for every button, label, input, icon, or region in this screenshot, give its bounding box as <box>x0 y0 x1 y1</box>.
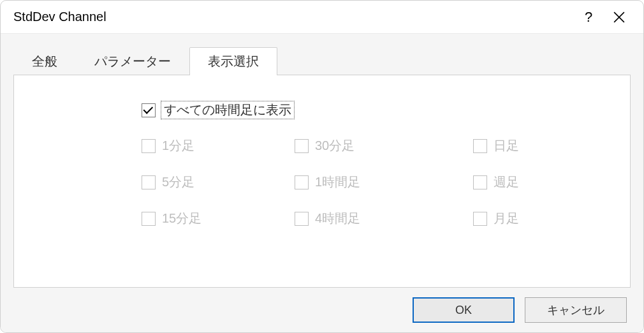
label-m5: 5分足 <box>162 174 194 191</box>
label-m15: 15分足 <box>162 210 201 227</box>
label-m1: 1分足 <box>162 137 194 154</box>
label-d1: 日足 <box>494 137 519 154</box>
close-icon <box>613 11 625 23</box>
option-m15: 15分足 <box>142 210 295 227</box>
show-all-timeframes-row: すべての時間足に表示 <box>142 101 598 119</box>
tabstrip: 全般 パラメーター 表示選択 <box>13 47 631 75</box>
option-h4: 4時間足 <box>295 210 473 227</box>
tab-general[interactable]: 全般 <box>13 47 76 75</box>
cancel-button[interactable]: キャンセル <box>525 297 627 323</box>
label-mn1: 月足 <box>494 210 519 227</box>
checkbox-d1 <box>473 139 487 153</box>
help-button[interactable]: ? <box>573 6 604 29</box>
checkbox-mn1 <box>473 212 487 226</box>
tab-display[interactable]: 表示選択 <box>189 47 277 75</box>
option-m1: 1分足 <box>142 137 295 154</box>
ok-button[interactable]: OK <box>413 297 515 323</box>
show-all-timeframes-checkbox[interactable] <box>142 103 156 117</box>
client-area: 全般 パラメーター 表示選択 すべての時間足に表示 1分足 30分足 <box>1 34 643 332</box>
label-m30: 30分足 <box>315 137 355 154</box>
option-mn1: 月足 <box>473 210 601 227</box>
tab-parameters[interactable]: パラメーター <box>76 47 189 75</box>
label-h1: 1時間足 <box>315 174 360 191</box>
label-h4: 4時間足 <box>315 210 360 227</box>
label-w1: 週足 <box>494 174 519 191</box>
checkbox-m1 <box>142 139 156 153</box>
option-m5: 5分足 <box>142 174 295 191</box>
checkbox-h4 <box>295 212 309 226</box>
tabpage-display: すべての時間足に表示 1分足 30分足 日足 5分足 <box>13 75 631 288</box>
option-m30: 30分足 <box>295 137 473 154</box>
timeframe-grid: 1分足 30分足 日足 5分足 1時間足 <box>142 137 598 227</box>
checkbox-w1 <box>473 175 487 189</box>
show-all-timeframes-label: すべての時間足に表示 <box>161 101 295 119</box>
checkbox-h1 <box>295 175 309 189</box>
option-h1: 1時間足 <box>295 174 473 191</box>
titlebar: StdDev Channel ? <box>1 1 643 34</box>
close-button[interactable] <box>604 6 634 29</box>
stddev-channel-dialog: StdDev Channel ? 全般 パラメーター 表示選択 すべての時間足に… <box>0 0 644 333</box>
option-d1: 日足 <box>473 137 601 154</box>
button-bar: OK キャンセル <box>13 288 631 332</box>
checkbox-m5 <box>142 175 156 189</box>
option-w1: 週足 <box>473 174 601 191</box>
checkbox-m30 <box>295 139 309 153</box>
dialog-title: StdDev Channel <box>13 10 573 24</box>
checkbox-m15 <box>142 212 156 226</box>
